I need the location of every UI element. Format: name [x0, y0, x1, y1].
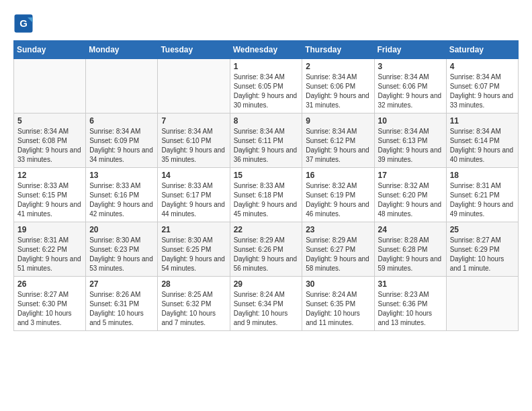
header: G — [13, 13, 519, 34]
day-number: 30 — [306, 279, 370, 289]
calendar-cell: 20Sunrise: 8:30 AM Sunset: 6:23 PM Dayli… — [86, 222, 158, 277]
calendar-cell: 15Sunrise: 8:33 AM Sunset: 6:18 PM Dayli… — [230, 168, 302, 222]
day-number: 7 — [161, 116, 226, 126]
day-info: Sunrise: 8:29 AM Sunset: 6:26 PM Dayligh… — [234, 236, 299, 273]
day-number: 21 — [161, 225, 226, 234]
day-info: Sunrise: 8:31 AM Sunset: 6:22 PM Dayligh… — [17, 236, 82, 273]
weekday-header-sunday: Sunday — [14, 41, 86, 59]
calendar-week-row: 1Sunrise: 8:34 AM Sunset: 6:05 PM Daylig… — [14, 59, 519, 113]
day-info: Sunrise: 8:33 AM Sunset: 6:18 PM Dayligh… — [234, 181, 299, 219]
calendar-cell: 31Sunrise: 8:23 AM Sunset: 6:36 PM Dayli… — [374, 277, 446, 331]
calendar-week-row: 5Sunrise: 8:34 AM Sunset: 6:08 PM Daylig… — [14, 113, 519, 168]
day-number: 8 — [234, 116, 299, 126]
day-info: Sunrise: 8:25 AM Sunset: 6:32 PM Dayligh… — [161, 290, 226, 328]
calendar-week-row: 19Sunrise: 8:31 AM Sunset: 6:22 PM Dayli… — [14, 222, 519, 277]
day-number: 11 — [450, 116, 515, 126]
day-info: Sunrise: 8:34 AM Sunset: 6:06 PM Dayligh… — [378, 73, 443, 110]
calendar-cell: 17Sunrise: 8:32 AM Sunset: 6:20 PM Dayli… — [374, 168, 446, 222]
day-info: Sunrise: 8:34 AM Sunset: 6:14 PM Dayligh… — [450, 127, 515, 165]
day-number: 31 — [378, 279, 443, 289]
day-info: Sunrise: 8:34 AM Sunset: 6:08 PM Dayligh… — [17, 127, 82, 165]
day-info: Sunrise: 8:34 AM Sunset: 6:10 PM Dayligh… — [161, 127, 226, 165]
day-info: Sunrise: 8:30 AM Sunset: 6:25 PM Dayligh… — [161, 236, 226, 273]
calendar-cell: 23Sunrise: 8:29 AM Sunset: 6:27 PM Dayli… — [302, 222, 374, 277]
day-number: 4 — [450, 62, 515, 71]
calendar-cell: 6Sunrise: 8:34 AM Sunset: 6:09 PM Daylig… — [86, 113, 158, 168]
calendar-cell: 25Sunrise: 8:27 AM Sunset: 6:29 PM Dayli… — [446, 222, 518, 277]
weekday-header-wednesday: Wednesday — [230, 41, 302, 59]
day-info: Sunrise: 8:30 AM Sunset: 6:23 PM Dayligh… — [89, 236, 154, 273]
day-info: Sunrise: 8:32 AM Sunset: 6:20 PM Dayligh… — [378, 181, 443, 219]
day-info: Sunrise: 8:33 AM Sunset: 6:15 PM Dayligh… — [17, 181, 82, 219]
weekday-header-saturday: Saturday — [446, 41, 518, 59]
day-number: 10 — [378, 116, 443, 126]
day-number: 5 — [17, 116, 82, 126]
day-number: 20 — [89, 225, 154, 234]
day-number: 22 — [234, 225, 299, 234]
calendar-cell: 19Sunrise: 8:31 AM Sunset: 6:22 PM Dayli… — [14, 222, 86, 277]
day-info: Sunrise: 8:28 AM Sunset: 6:28 PM Dayligh… — [378, 236, 443, 273]
calendar-cell: 9Sunrise: 8:34 AM Sunset: 6:12 PM Daylig… — [302, 113, 374, 168]
day-number: 16 — [306, 171, 370, 180]
calendar-cell: 1Sunrise: 8:34 AM Sunset: 6:05 PM Daylig… — [230, 59, 302, 113]
day-info: Sunrise: 8:34 AM Sunset: 6:09 PM Dayligh… — [89, 127, 154, 165]
day-number: 3 — [378, 62, 443, 71]
calendar-cell: 29Sunrise: 8:24 AM Sunset: 6:34 PM Dayli… — [230, 277, 302, 331]
calendar-cell: 7Sunrise: 8:34 AM Sunset: 6:10 PM Daylig… — [158, 113, 230, 168]
day-number: 28 — [161, 279, 226, 289]
calendar-cell: 12Sunrise: 8:33 AM Sunset: 6:15 PM Dayli… — [14, 168, 86, 222]
calendar-cell — [446, 277, 518, 331]
calendar-cell — [158, 59, 230, 113]
day-info: Sunrise: 8:34 AM Sunset: 6:05 PM Dayligh… — [234, 73, 299, 110]
calendar-cell: 11Sunrise: 8:34 AM Sunset: 6:14 PM Dayli… — [446, 113, 518, 168]
calendar-cell: 8Sunrise: 8:34 AM Sunset: 6:11 PM Daylig… — [230, 113, 302, 168]
day-info: Sunrise: 8:31 AM Sunset: 6:21 PM Dayligh… — [450, 181, 515, 219]
calendar-cell: 24Sunrise: 8:28 AM Sunset: 6:28 PM Dayli… — [374, 222, 446, 277]
day-number: 29 — [234, 279, 299, 289]
day-number: 27 — [89, 279, 154, 289]
day-number: 19 — [17, 225, 82, 234]
day-number: 6 — [89, 116, 154, 126]
day-number: 1 — [234, 62, 299, 71]
day-info: Sunrise: 8:34 AM Sunset: 6:07 PM Dayligh… — [450, 73, 515, 110]
calendar-cell: 14Sunrise: 8:33 AM Sunset: 6:17 PM Dayli… — [158, 168, 230, 222]
day-number: 17 — [378, 171, 443, 180]
calendar-cell: 10Sunrise: 8:34 AM Sunset: 6:13 PM Dayli… — [374, 113, 446, 168]
calendar-header-row: SundayMondayTuesdayWednesdayThursdayFrid… — [14, 41, 519, 59]
day-number: 13 — [89, 171, 154, 180]
day-number: 18 — [450, 171, 515, 180]
day-info: Sunrise: 8:24 AM Sunset: 6:35 PM Dayligh… — [306, 290, 370, 328]
calendar-cell: 18Sunrise: 8:31 AM Sunset: 6:21 PM Dayli… — [446, 168, 518, 222]
logo: G — [13, 13, 36, 34]
day-info: Sunrise: 8:34 AM Sunset: 6:06 PM Dayligh… — [306, 73, 370, 110]
day-number: 12 — [17, 171, 82, 180]
weekday-header-tuesday: Tuesday — [158, 41, 230, 59]
day-number: 2 — [306, 62, 370, 71]
weekday-header-monday: Monday — [86, 41, 158, 59]
day-info: Sunrise: 8:27 AM Sunset: 6:30 PM Dayligh… — [17, 290, 82, 328]
day-info: Sunrise: 8:33 AM Sunset: 6:16 PM Dayligh… — [89, 181, 154, 219]
day-number: 24 — [378, 225, 443, 234]
day-info: Sunrise: 8:32 AM Sunset: 6:19 PM Dayligh… — [306, 181, 370, 219]
calendar-week-row: 26Sunrise: 8:27 AM Sunset: 6:30 PM Dayli… — [14, 277, 519, 331]
calendar-cell: 30Sunrise: 8:24 AM Sunset: 6:35 PM Dayli… — [302, 277, 374, 331]
calendar: SundayMondayTuesdayWednesdayThursdayFrid… — [13, 40, 519, 331]
day-info: Sunrise: 8:26 AM Sunset: 6:31 PM Dayligh… — [89, 290, 154, 328]
calendar-cell: 16Sunrise: 8:32 AM Sunset: 6:19 PM Dayli… — [302, 168, 374, 222]
day-info: Sunrise: 8:24 AM Sunset: 6:34 PM Dayligh… — [234, 290, 299, 328]
day-number: 15 — [234, 171, 299, 180]
calendar-cell: 4Sunrise: 8:34 AM Sunset: 6:07 PM Daylig… — [446, 59, 518, 113]
day-info: Sunrise: 8:34 AM Sunset: 6:11 PM Dayligh… — [234, 127, 299, 165]
calendar-cell: 27Sunrise: 8:26 AM Sunset: 6:31 PM Dayli… — [86, 277, 158, 331]
calendar-cell: 26Sunrise: 8:27 AM Sunset: 6:30 PM Dayli… — [14, 277, 86, 331]
calendar-cell: 13Sunrise: 8:33 AM Sunset: 6:16 PM Dayli… — [86, 168, 158, 222]
calendar-cell: 28Sunrise: 8:25 AM Sunset: 6:32 PM Dayli… — [158, 277, 230, 331]
day-info: Sunrise: 8:33 AM Sunset: 6:17 PM Dayligh… — [161, 181, 226, 219]
day-info: Sunrise: 8:34 AM Sunset: 6:13 PM Dayligh… — [378, 127, 443, 165]
day-info: Sunrise: 8:23 AM Sunset: 6:36 PM Dayligh… — [378, 290, 443, 328]
weekday-header-friday: Friday — [374, 41, 446, 59]
svg-text:G: G — [19, 17, 28, 29]
calendar-cell — [14, 59, 86, 113]
day-info: Sunrise: 8:34 AM Sunset: 6:12 PM Dayligh… — [306, 127, 370, 165]
day-number: 25 — [450, 225, 515, 234]
